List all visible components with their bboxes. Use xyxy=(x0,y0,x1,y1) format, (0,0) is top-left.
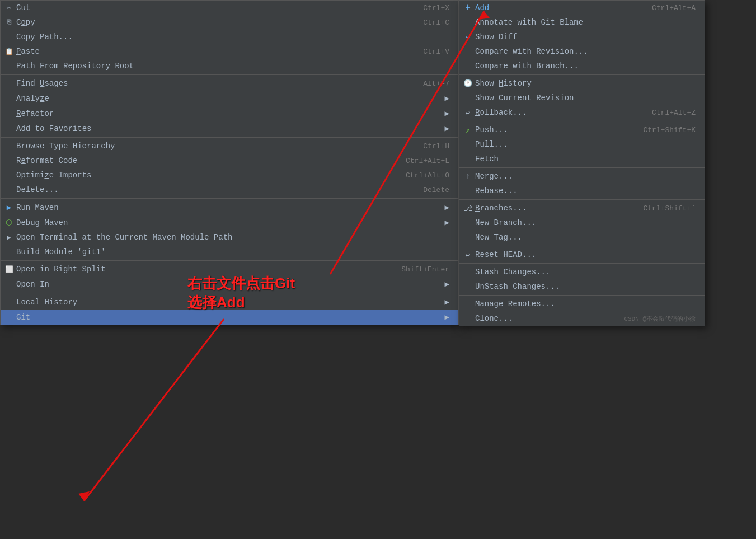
menu-item-analyze[interactable]: Analyze ▶ xyxy=(1,91,458,106)
menu-item-reformat-code[interactable]: Reformat Code Ctrl+Alt+L xyxy=(1,153,458,168)
reformat-code-label: Reformat Code xyxy=(16,156,389,165)
separator-3 xyxy=(1,198,458,199)
menu-item-debug-maven[interactable]: ⬡ Debug Maven ▶ xyxy=(1,215,458,230)
menu-item-copy[interactable]: ⎘ Copy Ctrl+C xyxy=(1,15,458,30)
submenu-item-show-current-revision[interactable]: Show Current Revision xyxy=(459,91,705,105)
debug-maven-arrow: ▶ xyxy=(445,218,449,227)
menu-item-add-favorites[interactable]: Add to Favorites ▶ xyxy=(1,121,458,136)
git-submenu: + Add Ctrl+Alt+A Annotate with Git Blame… xyxy=(459,0,705,326)
menu-item-paste[interactable]: 📋 Paste Ctrl+V xyxy=(1,44,458,59)
submenu-item-stash[interactable]: Stash Changes... xyxy=(459,265,705,279)
compare-branch-label: Compare with Branch... xyxy=(475,62,696,71)
menu-item-find-usages[interactable]: Find Usages Alt+F7 xyxy=(1,76,458,91)
submenu-item-compare-revision[interactable]: Compare with Revision... xyxy=(459,44,705,59)
submenu-item-branches[interactable]: ⎇ Branches... Ctrl+Shift+` xyxy=(459,201,705,215)
clock-icon: 🕐 xyxy=(463,78,473,88)
submenu-item-reset-head[interactable]: ↩ Reset HEAD... xyxy=(459,247,705,262)
submenu-item-push[interactable]: ↗ Push... Ctrl+Shift+K xyxy=(459,123,705,137)
manage-remotes-label: Manage Remotes... xyxy=(475,299,696,308)
menu-item-open-terminal[interactable]: ▶ Open Terminal at the Current Maven Mod… xyxy=(1,230,458,245)
paste-shortcut: Ctrl+V xyxy=(423,48,449,56)
analyze-arrow: ▶ xyxy=(445,93,449,103)
svg-line-2 xyxy=(84,319,224,501)
menu-item-copy-path[interactable]: Copy Path... xyxy=(1,30,458,44)
delete-shortcut: Delete xyxy=(423,186,449,194)
submenu-item-rollback[interactable]: ↩ Rollback... Ctrl+Alt+Z xyxy=(459,105,705,120)
submenu-item-fetch[interactable]: Fetch xyxy=(459,152,705,166)
split-icon: ⬜ xyxy=(4,264,14,274)
find-usages-label: Find Usages xyxy=(16,79,406,88)
paste-label: Paste xyxy=(16,47,406,56)
rollback-icon: ↩ xyxy=(463,107,473,118)
merge-icon: ↑ xyxy=(463,171,473,181)
separator-4 xyxy=(1,260,458,261)
stash-label: Stash Changes... xyxy=(475,268,696,276)
menu-item-refactor[interactable]: Refactor ▶ xyxy=(1,106,458,121)
sub-separator-1 xyxy=(459,74,705,75)
rebase-label: Rebase... xyxy=(475,186,696,195)
terminal-icon: ▶ xyxy=(4,232,14,242)
copy-shortcut: Ctrl+C xyxy=(423,18,449,27)
browse-hierarchy-label: Browse Type Hierarchy xyxy=(16,142,406,151)
submenu-item-annotate[interactable]: Annotate with Git Blame xyxy=(459,15,705,30)
sub-separator-4 xyxy=(459,199,705,200)
run-maven-label: Run Maven xyxy=(16,203,439,212)
add-icon: + xyxy=(463,3,473,13)
reset-head-label: Reset HEAD... xyxy=(475,250,696,259)
open-terminal-label: Open Terminal at the Current Maven Modul… xyxy=(16,233,449,242)
menu-item-cut[interactable]: ✂ Cut Ctrl+X xyxy=(1,1,458,15)
separator-1 xyxy=(1,74,458,75)
fetch-label: Fetch xyxy=(475,154,696,163)
rollback-shortcut: Ctrl+Alt+Z xyxy=(652,109,696,117)
show-diff-label: Show Diff xyxy=(475,32,696,41)
push-shortcut: Ctrl+Shift+K xyxy=(643,126,696,134)
show-history-label: Show History xyxy=(475,79,696,88)
compare-revision-label: Compare with Revision... xyxy=(475,47,696,56)
open-right-split-shortcut: Shift+Enter xyxy=(401,265,449,274)
submenu-item-compare-branch[interactable]: Compare with Branch... xyxy=(459,59,705,73)
push-icon: ↗ xyxy=(463,125,473,135)
menu-item-build-module[interactable]: Build Module 'git1' xyxy=(1,245,458,259)
git-label: Git xyxy=(16,313,439,322)
build-module-label: Build Module 'git1' xyxy=(16,247,449,256)
submenu-item-merge[interactable]: ↑ Merge... xyxy=(459,169,705,184)
local-history-arrow: ▶ xyxy=(445,297,449,307)
menu-item-delete[interactable]: Delete... Delete xyxy=(1,182,458,197)
submenu-item-pull[interactable]: Pull... xyxy=(459,137,705,152)
svg-marker-3 xyxy=(78,491,90,501)
submenu-item-show-history[interactable]: 🕐 Show History xyxy=(459,76,705,91)
add-shortcut: Ctrl+Alt+A xyxy=(652,4,696,12)
add-label: Add xyxy=(475,3,635,12)
sub-separator-5 xyxy=(459,246,705,246)
sub-separator-6 xyxy=(459,263,705,264)
cut-shortcut: Ctrl+X xyxy=(423,4,449,12)
copy-icon: ⎘ xyxy=(4,17,14,27)
debug-maven-label: Debug Maven xyxy=(16,218,439,227)
find-usages-shortcut: Alt+F7 xyxy=(423,79,449,88)
submenu-item-add[interactable]: + Add Ctrl+Alt+A xyxy=(459,1,705,15)
sub-separator-3 xyxy=(459,167,705,168)
clone-label: Clone... xyxy=(475,314,607,323)
browse-hierarchy-shortcut: Ctrl+H xyxy=(423,142,449,151)
menu-item-browse-hierarchy[interactable]: Browse Type Hierarchy Ctrl+H xyxy=(1,139,458,153)
show-current-revision-label: Show Current Revision xyxy=(475,93,696,102)
analyze-label: Analyze xyxy=(16,94,439,103)
separator-2 xyxy=(1,137,458,138)
rollback-label: Rollback... xyxy=(475,108,635,117)
open-right-split-label: Open in Right Split xyxy=(16,265,384,274)
delete-label: Delete... xyxy=(16,185,406,194)
menu-item-run-maven[interactable]: ▶ Run Maven ▶ xyxy=(1,200,458,215)
new-branch-label: New Branch... xyxy=(475,218,696,227)
new-tag-label: New Tag... xyxy=(475,233,696,242)
submenu-item-new-tag[interactable]: New Tag... xyxy=(459,230,705,245)
submenu-item-show-diff[interactable]: ← Show Diff xyxy=(459,30,705,44)
menu-item-optimize-imports[interactable]: Optimize Imports Ctrl+Alt+O xyxy=(1,168,458,182)
submenu-item-new-branch[interactable]: New Branch... xyxy=(459,215,705,230)
submenu-item-rebase[interactable]: Rebase... xyxy=(459,184,705,198)
submenu-item-unstash[interactable]: UnStash Changes... xyxy=(459,279,705,294)
menu-item-path-from-repo[interactable]: Path From Repository Root xyxy=(1,59,458,73)
submenu-item-manage-remotes[interactable]: Manage Remotes... xyxy=(459,297,705,311)
submenu-item-clone[interactable]: Clone... CSDN @不会敲代码的小徐 xyxy=(459,311,705,326)
merge-label: Merge... xyxy=(475,172,696,181)
path-from-repo-label: Path From Repository Root xyxy=(16,62,449,71)
